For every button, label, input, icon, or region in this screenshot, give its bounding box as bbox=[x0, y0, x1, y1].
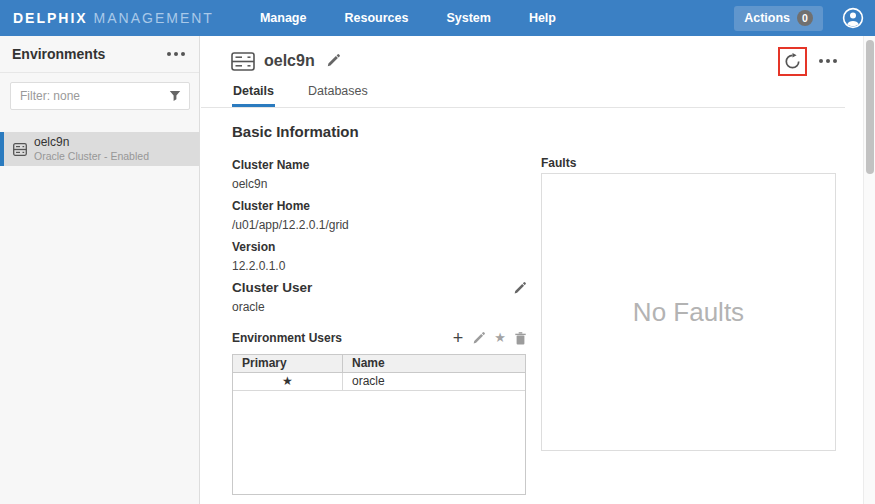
field-label: Version bbox=[232, 237, 526, 257]
field-cluster-home: Cluster Home /u01/app/12.2.0.1/grid bbox=[232, 196, 526, 237]
environment-description: Oracle Cluster - Enabled bbox=[34, 150, 149, 163]
filter-input[interactable] bbox=[10, 82, 190, 110]
table-empty-area bbox=[233, 391, 525, 494]
field-cluster-user: Cluster User oracle bbox=[232, 278, 526, 319]
field-label: Cluster Name bbox=[232, 155, 526, 175]
environment-header: oelc9n bbox=[201, 36, 863, 80]
selected-accent-bar bbox=[0, 132, 4, 166]
section-title: Basic Information bbox=[232, 123, 526, 140]
environment-list-item[interactable]: oelc9n Oracle Cluster - Enabled bbox=[0, 132, 199, 166]
brand-logo: DELPHIX MANAGEMENT bbox=[13, 10, 214, 26]
add-user-icon[interactable]: + bbox=[453, 331, 464, 345]
nav-item-resources[interactable]: Resources bbox=[344, 11, 408, 25]
field-value: 12.2.0.1.0 bbox=[232, 257, 526, 278]
primary-star-cell: ★ bbox=[233, 373, 343, 390]
field-value: oracle bbox=[232, 298, 526, 319]
vertical-scrollbar-thumb[interactable] bbox=[866, 40, 874, 174]
environment-name: oelc9n bbox=[34, 135, 149, 150]
brand-primary: DELPHIX bbox=[13, 10, 88, 26]
delete-user-icon[interactable] bbox=[515, 332, 526, 345]
column-header-name: Name bbox=[343, 355, 525, 372]
field-label: Cluster Home bbox=[232, 196, 526, 216]
field-version: Version 12.2.0.1.0 bbox=[232, 237, 526, 278]
faults-panel: No Faults bbox=[541, 173, 836, 451]
environment-more-icon[interactable] bbox=[819, 55, 837, 67]
sidebar-more-icon[interactable] bbox=[167, 48, 185, 60]
actions-label: Actions bbox=[744, 11, 790, 25]
page-title: oelc9n bbox=[264, 52, 315, 70]
tab-databases[interactable]: Databases bbox=[307, 80, 369, 107]
nav-item-help[interactable]: Help bbox=[529, 11, 556, 25]
edit-user-icon[interactable] bbox=[472, 332, 485, 345]
header-actions bbox=[778, 47, 837, 76]
user-avatar-icon[interactable] bbox=[842, 7, 864, 29]
annotation-highlight-refresh bbox=[778, 47, 807, 76]
environment-users-title: Environment Users bbox=[232, 331, 342, 345]
main-panel: oelc9n Details Databases Basic Infor bbox=[201, 36, 863, 504]
field-label: Cluster User bbox=[232, 278, 312, 298]
sidebar-header: Environments bbox=[0, 36, 199, 73]
brand-secondary: MANAGEMENT bbox=[94, 10, 214, 26]
actions-count-badge: 0 bbox=[797, 10, 813, 26]
top-nav: DELPHIX MANAGEMENT Manage Resources Syst… bbox=[0, 0, 875, 36]
filter-funnel-icon[interactable] bbox=[169, 90, 181, 102]
table-header-row: Primary Name bbox=[233, 355, 525, 373]
table-row[interactable]: ★ oracle bbox=[233, 373, 525, 391]
topnav-right: Actions 0 bbox=[734, 6, 875, 31]
refresh-button[interactable] bbox=[784, 53, 801, 70]
edit-title-icon[interactable] bbox=[326, 54, 340, 68]
filter-container bbox=[10, 82, 189, 110]
faults-column: Faults No Faults bbox=[541, 123, 836, 495]
user-name-cell: oracle bbox=[343, 373, 525, 390]
environment-users-header: Environment Users + ★ bbox=[232, 331, 526, 345]
actions-button[interactable]: Actions 0 bbox=[734, 6, 823, 31]
environment-users-table: Primary Name ★ oracle bbox=[232, 354, 526, 495]
nav-item-system[interactable]: System bbox=[446, 11, 490, 25]
field-value: oelc9n bbox=[232, 175, 526, 196]
faults-title: Faults bbox=[541, 153, 836, 173]
set-primary-user-icon[interactable]: ★ bbox=[494, 331, 506, 345]
nav-menu: Manage Resources System Help bbox=[260, 11, 556, 25]
details-content: Basic Information Cluster Name oelc9n Cl… bbox=[201, 108, 863, 495]
tab-details[interactable]: Details bbox=[232, 80, 275, 107]
environment-item-text: oelc9n Oracle Cluster - Enabled bbox=[34, 135, 149, 163]
environment-users-toolbar: + ★ bbox=[453, 331, 526, 345]
edit-cluster-user-icon[interactable] bbox=[513, 282, 526, 295]
no-faults-placeholder: No Faults bbox=[633, 297, 744, 328]
vertical-scrollbar-track[interactable] bbox=[863, 36, 875, 504]
field-cluster-name: Cluster Name oelc9n bbox=[232, 155, 526, 196]
field-value: /u01/app/12.2.0.1/grid bbox=[232, 216, 526, 237]
sidebar-title: Environments bbox=[12, 46, 105, 62]
basic-information-column: Basic Information Cluster Name oelc9n Cl… bbox=[232, 123, 526, 495]
tab-bar: Details Databases bbox=[201, 80, 845, 108]
nav-item-manage[interactable]: Manage bbox=[260, 11, 307, 25]
environments-sidebar: Environments oelc9n Oracle Cluster - Ena… bbox=[0, 36, 200, 504]
column-header-primary: Primary bbox=[233, 355, 343, 372]
cluster-icon bbox=[13, 143, 27, 156]
cluster-title-icon bbox=[231, 52, 255, 71]
